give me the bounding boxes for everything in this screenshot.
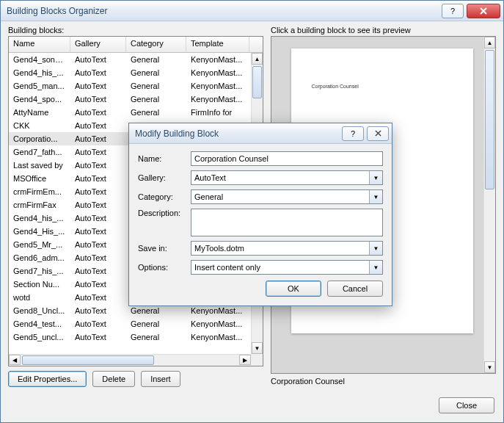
column-header-name[interactable]: Name <box>9 37 70 52</box>
sub-titlebar: Modify Building Block ? <box>129 123 392 144</box>
cell-gallery: AutoText <box>70 106 126 119</box>
cell-name: Gend4_his_... <box>9 66 70 79</box>
titlebar: Building Blocks Organizer ? <box>1 1 503 21</box>
cell-gallery: AutoText <box>70 278 126 291</box>
sub-close-button[interactable] <box>367 126 389 141</box>
preview-caption: Corporation Counsel <box>271 377 496 387</box>
cell-name: Gend4_son_... <box>9 53 70 66</box>
close-button[interactable]: Close <box>439 397 494 413</box>
dialog-title: Building Blocks Organizer <box>7 6 442 16</box>
sub-dialog-title: Modify Building Block <box>135 129 342 139</box>
cell-category: General <box>126 93 186 106</box>
table-row[interactable]: Gend4_test...AutoTextGeneralKenyonMast..… <box>9 317 251 330</box>
cell-template: KenyonMast... <box>186 330 249 344</box>
cell-name: Gend7_his_... <box>9 264 70 278</box>
save-in-combo[interactable]: MyTools.dotm▼ <box>191 241 383 256</box>
cell-name: Section Nu... <box>9 278 70 291</box>
cell-template: FirmInfo for <box>186 106 249 119</box>
category-value: General <box>194 192 223 201</box>
scroll-right-arrow[interactable]: ▶ <box>239 355 251 365</box>
cell-gallery: AutoText <box>70 304 126 317</box>
delete-button[interactable]: Delete <box>92 371 135 387</box>
preview-scrollbar[interactable]: ▲ ▼ <box>483 37 495 373</box>
cell-gallery: AutoText <box>70 185 126 198</box>
ok-button[interactable]: OK <box>266 281 321 297</box>
modify-building-block-dialog: Modify Building Block ? Name: Corporatio… <box>128 123 392 306</box>
options-value: Insert content only <box>194 263 260 272</box>
options-combo[interactable]: Insert content only▼ <box>191 260 383 275</box>
preview-content-text: Corporation Counsel <box>312 84 453 89</box>
horizontal-scrollbar[interactable]: ◀ ▶ <box>9 354 251 366</box>
preview-hint: Click a building block to see its previe… <box>271 26 496 35</box>
cell-name: wotd <box>9 291 70 304</box>
chevron-down-icon[interactable]: ▼ <box>369 190 382 203</box>
cell-template: KenyonMast... <box>186 66 249 79</box>
sub-help-button[interactable]: ? <box>342 126 364 141</box>
cell-name: Gend4_test... <box>9 317 70 330</box>
cell-name: CKK <box>9 119 70 132</box>
titlebar-buttons: ? <box>442 4 503 18</box>
table-row[interactable]: Gend4_spo...AutoTextGeneralKenyonMast... <box>9 93 251 106</box>
label-options: Options: <box>138 263 191 272</box>
category-combo[interactable]: General▼ <box>191 189 383 204</box>
left-buttons-row: Edit Properties... Delete Insert <box>8 371 263 387</box>
label-description: Description: <box>138 209 191 217</box>
cell-gallery: AutoText <box>70 79 126 93</box>
column-header-category[interactable]: Category <box>126 37 186 52</box>
cell-category: General <box>126 66 186 79</box>
scroll-up-arrow[interactable]: ▲ <box>252 53 263 65</box>
edit-properties-button[interactable]: Edit Properties... <box>8 371 87 387</box>
table-row[interactable]: Gend4_son_...AutoTextGeneralKenyonMast..… <box>9 53 251 66</box>
table-row[interactable]: Gend5_uncl...AutoTextGeneralKenyonMast..… <box>9 330 251 344</box>
scroll-corner <box>251 354 263 366</box>
name-value: Corporation Counsel <box>194 154 269 163</box>
scroll-left-arrow[interactable]: ◀ <box>9 355 21 365</box>
close-window-button[interactable] <box>467 4 500 18</box>
close-icon <box>480 7 487 15</box>
table-row[interactable]: Gend4_his_...AutoTextGeneralKenyonMast..… <box>9 66 251 79</box>
cell-gallery: AutoText <box>70 317 126 330</box>
preview-scroll-up[interactable]: ▲ <box>484 37 495 48</box>
table-row[interactable]: AttyNameAutoTextGeneralFirmInfo for <box>9 106 251 119</box>
cell-name: Gend6_adm... <box>9 251 70 264</box>
cell-gallery: AutoText <box>70 238 126 251</box>
gallery-combo[interactable]: AutoText▼ <box>191 170 383 185</box>
column-header-gallery[interactable]: Gallery <box>70 37 126 52</box>
sub-titlebar-buttons: ? <box>342 126 392 141</box>
cell-name: Gend4_His_... <box>9 225 70 238</box>
cell-category: General <box>126 317 186 330</box>
horizontal-scroll-thumb[interactable] <box>22 355 154 365</box>
cell-gallery: AutoText <box>70 330 126 344</box>
cell-category: General <box>126 330 186 344</box>
cell-template: KenyonMast... <box>186 53 249 66</box>
table-row[interactable]: Gend5_man...AutoTextGeneralKenyonMast... <box>9 79 251 93</box>
cell-template: KenyonMast... <box>186 317 249 330</box>
preview-scroll-down[interactable]: ▼ <box>484 361 495 373</box>
cell-name: Gend5_uncl... <box>9 330 70 344</box>
cell-name: crmFirmEm... <box>9 185 70 198</box>
chevron-down-icon[interactable]: ▼ <box>369 242 382 255</box>
cell-gallery: AutoText <box>70 198 126 212</box>
description-input[interactable] <box>191 209 383 236</box>
scroll-down-arrow[interactable]: ▼ <box>252 342 263 354</box>
insert-button[interactable]: Insert <box>141 371 180 387</box>
label-gallery: Gallery: <box>138 173 191 182</box>
cell-name: Gend7_fath... <box>9 145 70 159</box>
cell-gallery: AutoText <box>70 132 126 145</box>
label-category: Category: <box>138 192 191 201</box>
column-header-template[interactable]: Template <box>186 37 249 52</box>
cell-gallery: AutoText <box>70 119 126 132</box>
cell-name: crmFirmFax <box>9 198 70 212</box>
help-button[interactable]: ? <box>442 4 464 18</box>
vertical-scroll-thumb[interactable] <box>252 66 262 98</box>
chevron-down-icon[interactable]: ▼ <box>369 171 382 184</box>
cell-name: MSOffice <box>9 172 70 185</box>
cell-gallery: AutoText <box>70 225 126 238</box>
cell-gallery: AutoText <box>70 291 126 304</box>
name-input[interactable]: Corporation Counsel <box>191 151 383 166</box>
preview-scroll-thumb[interactable] <box>485 50 494 189</box>
cell-name: Last saved by <box>9 159 70 172</box>
chevron-down-icon[interactable]: ▼ <box>369 261 382 274</box>
cancel-button[interactable]: Cancel <box>327 281 383 297</box>
cell-name: AttyName <box>9 106 70 119</box>
